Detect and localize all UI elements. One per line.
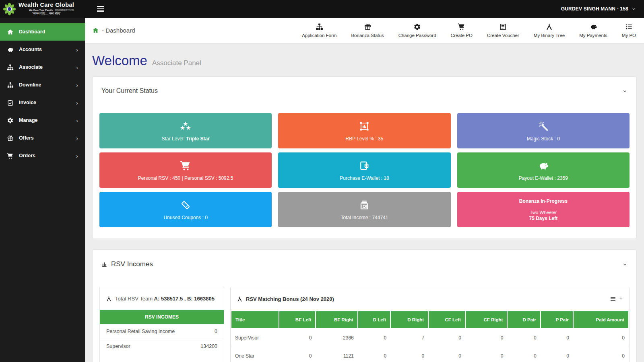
cell-d-right: 7 — [390, 329, 428, 347]
sidebar-toggle-hamburger-icon[interactable] — [95, 4, 105, 13]
chevron-down-icon[interactable] — [619, 297, 623, 301]
rsv-incomes-panel: RSV Incomes Total RSV Team A: 538517.5 ,… — [92, 249, 637, 362]
clipboard-check-icon — [7, 99, 14, 106]
panel-title: Your Current Status — [101, 87, 158, 95]
status-card-label: Magic Stock : 0 — [527, 136, 560, 142]
sidebar-item-dashboard[interactable]: Dashboard › — [0, 23, 85, 41]
chevron-right-icon: › — [76, 135, 78, 142]
brand-subtitle: We Care Your Family — [29, 9, 53, 12]
quicklink-bonanza-status[interactable]: Bonanza Status — [351, 23, 384, 38]
status-cards-grid: ★★★ Star Level: Triple Star RBP Level % … — [93, 95, 636, 239]
cell-p-pair: 0 — [541, 347, 573, 362]
gift-icon — [7, 135, 14, 142]
column-header: CF Right — [465, 311, 507, 329]
bonanza-title: Bonanza In-Progress — [519, 198, 568, 204]
quicklink-label: Bonanza Status — [351, 33, 384, 38]
cell-d-left: 0 — [358, 329, 390, 347]
brand: Wealth Care Global We Care Your Family C… — [0, 0, 85, 18]
chevron-right-icon: › — [76, 82, 78, 88]
quicklink-create-po[interactable]: Create PO — [451, 23, 473, 38]
cell-cf-left: 0 — [428, 329, 465, 347]
collapse-chevron-down-icon[interactable] — [622, 262, 627, 267]
sidebar-item-invoice[interactable]: Invoice › — [0, 94, 85, 111]
brand-flower-logo-icon — [3, 2, 16, 16]
chart-frame-icon — [359, 120, 370, 132]
status-card-star-level: ★★★ Star Level: Triple Star — [99, 113, 272, 148]
welcome-heading: Welcome Associate Panel — [92, 53, 637, 68]
rsv-body: Total RSV Team A: 538517.5 , B: 1663805 … — [93, 268, 636, 362]
quicklink-change-password[interactable]: Change Password — [398, 23, 436, 38]
sidebar-item-offers[interactable]: Offers › — [0, 129, 85, 147]
total-rsv-team-header: Total RSV Team A: 538517.5 , B: 1663805 — [100, 287, 224, 310]
quicklink-my-payments[interactable]: My Payments — [579, 23, 607, 38]
status-card-label: Payout E-Wallet : 2359 — [519, 175, 568, 181]
sidebar-item-accounts[interactable]: Accounts › — [0, 41, 85, 58]
status-card-magic-stock: Magic Stock : 0 — [457, 113, 630, 148]
bonanza-prize: Two Wheeler — [529, 210, 557, 215]
status-card-label: Unused Coupons : 0 — [163, 215, 207, 220]
column-header: D Right — [390, 311, 428, 329]
breadcrumb: - Dashboard — [92, 27, 135, 34]
quicklinks: Application Form Bonanza Status Change P… — [302, 23, 636, 38]
sidebar-item-label: Associate — [19, 64, 43, 70]
cell-bf-left: 0 — [279, 347, 316, 362]
main-area: - Dashboard Application Form Bonanza Sta… — [85, 0, 644, 362]
cell-p-pair: 0 — [541, 329, 573, 347]
status-card-label: Total Income : 744741 — [341, 215, 388, 220]
cell-d-pair: 0 — [507, 329, 540, 347]
status-card-label: Purchase E-Wallet : 18 — [340, 175, 389, 181]
chevron-right-icon: › — [76, 117, 78, 124]
brand-text: Wealth Care Global We Care Your Family C… — [19, 2, 74, 15]
home-icon[interactable] — [92, 27, 99, 34]
ticket-icon — [180, 199, 191, 211]
sidebar-item-orders[interactable]: Orders › — [0, 147, 85, 165]
current-status-panel-header: Your Current Status — [93, 77, 636, 95]
rsv-incomes-title: RSV Incomes — [111, 260, 153, 268]
brand-tagline: "स्वस्थ रहिए.... मस्त रहिए" — [19, 12, 74, 15]
status-card-personal-rsv-ssv: Personal RSV : 450 | Personal SSV : 5092… — [99, 152, 272, 188]
bar-chart-icon — [101, 261, 108, 267]
table-menu-hamburger-icon[interactable] — [610, 296, 616, 302]
brand-title: Wealth Care Global — [19, 2, 74, 8]
quicklink-label: My Payments — [579, 33, 607, 38]
sidebar: Dashboard › Accounts › Associate › Downl… — [0, 18, 85, 362]
gift-icon — [364, 23, 372, 31]
income-label: Supervisor — [100, 339, 191, 354]
sitemap-icon — [316, 23, 323, 31]
status-card-label: RBP Level % : 35 — [346, 136, 384, 142]
sidebar-item-associate[interactable]: Associate › — [0, 58, 85, 76]
income-value: 0 — [191, 324, 224, 339]
cart-icon — [180, 160, 191, 172]
cell-bf-right: 1121 — [316, 347, 357, 362]
collapse-chevron-down-icon[interactable] — [622, 88, 627, 94]
cell-paid-amount: 0 — [573, 329, 629, 347]
quicklink-application-form[interactable]: Application Form — [302, 23, 336, 38]
cell-d-right: 0 — [390, 347, 428, 362]
sidebar-item-downline[interactable]: Downline › — [0, 76, 85, 94]
cell-d-left: 0 — [358, 347, 390, 362]
list-icon — [625, 23, 633, 31]
quicklink-label: My Binary Tree — [534, 33, 565, 38]
rsv-matching-bonus-header: RSV Matching Bonus (24 Nov 2020) — [231, 287, 629, 311]
quicklink-my-po[interactable]: My PO — [622, 23, 636, 38]
rsv-incomes-title-row: RSV Incomes — [101, 260, 153, 268]
rsv-incomes-table: RSV INCOMES Personal Retail Saving incom… — [100, 310, 224, 354]
income-value: 134200 — [191, 339, 224, 354]
quicklink-my-binary-tree[interactable]: My Binary Tree — [534, 23, 565, 38]
gear-icon — [413, 23, 421, 31]
sidebar-item-label: Invoice — [19, 100, 36, 105]
column-header: Paid Amount — [573, 311, 629, 329]
quicklink-label: Create Voucher — [487, 33, 519, 38]
status-card-label: Star Level: Triple Star — [161, 136, 209, 142]
status-card-bonanza-in-progress: Bonanza In-Progress Two Wheeler 75 Days … — [457, 192, 630, 227]
table-row: Personal Retail Saving income 0 — [100, 324, 224, 339]
total-rsv-team-label: Total RSV Team A: 538517.5 , B: 1663805 — [115, 296, 215, 302]
sidebar-item-manage[interactable]: Manage › — [0, 111, 85, 129]
triple-star-icon: ★★★ — [180, 120, 192, 132]
quicklink-create-voucher[interactable]: Create Voucher — [487, 23, 519, 38]
column-header: BF Left — [279, 311, 316, 329]
page-subtitle: Associate Panel — [152, 59, 201, 67]
cell-cf-right: 0 — [465, 347, 507, 362]
user-menu[interactable]: GURDEV SINGH MANN - 158 — [561, 6, 644, 12]
income-label: Personal Retail Saving income — [100, 324, 191, 339]
